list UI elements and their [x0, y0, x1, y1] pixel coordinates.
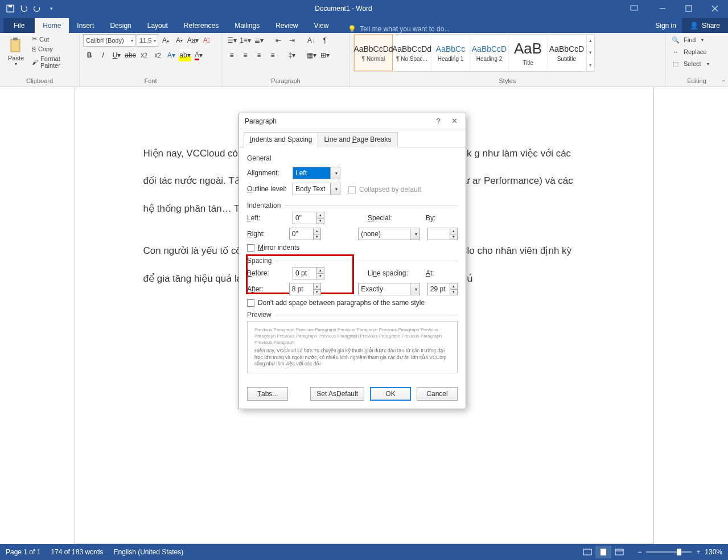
font-color-icon[interactable]: A▾: [192, 49, 205, 61]
styles-scroll-btn[interactable]: ▴: [587, 35, 594, 47]
tab-home[interactable]: Home: [35, 18, 69, 33]
tab-file[interactable]: File: [3, 18, 35, 33]
align-center-icon[interactable]: ≡: [239, 49, 252, 61]
ok-button[interactable]: OK: [370, 387, 411, 401]
ribbon-display-icon[interactable]: [630, 5, 649, 13]
minimize-button[interactable]: [649, 0, 676, 17]
increase-indent-icon[interactable]: ⇥: [286, 34, 298, 47]
cut-button[interactable]: ✂Cut: [30, 34, 76, 44]
select-button[interactable]: ⬚Select▾: [669, 58, 711, 69]
align-right-icon[interactable]: ≡: [253, 49, 265, 61]
zoom-level[interactable]: 130%: [705, 548, 722, 556]
subscript-button[interactable]: x2: [138, 49, 150, 61]
borders-icon[interactable]: ⊞▾: [319, 49, 331, 61]
bullets-icon[interactable]: ☰▾: [225, 34, 238, 47]
style-subtitle[interactable]: AaBbCcDSubtitle: [548, 35, 586, 71]
style-heading-2[interactable]: AaBbCcDHeading 2: [470, 35, 509, 71]
dialog-help-button[interactable]: ?: [430, 114, 446, 128]
highlight-icon[interactable]: ab▾: [179, 49, 191, 61]
read-mode-icon[interactable]: [579, 546, 595, 558]
svg-rect-9: [583, 549, 591, 555]
text-effects-icon[interactable]: A▾: [165, 49, 178, 61]
styles-scroll-btn[interactable]: ▾: [587, 59, 594, 71]
web-layout-icon[interactable]: [611, 546, 627, 558]
language-indicator[interactable]: English (United States): [113, 548, 183, 556]
tab-mailings[interactable]: Mailings: [227, 18, 268, 33]
find-button[interactable]: 🔍Find▾: [669, 34, 711, 46]
collapsed-checkbox: Collapsed by default: [348, 186, 421, 193]
tab-insert[interactable]: Insert: [69, 18, 102, 33]
by-spinner[interactable]: ▴▾: [427, 228, 458, 240]
share-button[interactable]: 👤 Share: [682, 18, 728, 33]
align-left-icon[interactable]: ≡: [225, 49, 238, 61]
tabs-button[interactable]: Tabs...: [247, 387, 288, 401]
tell-me-search[interactable]: 💡 Tell me what you want to do...: [348, 25, 450, 33]
change-case-icon[interactable]: Aa▾: [187, 34, 199, 47]
set-default-button[interactable]: Set As Default: [310, 387, 364, 401]
style--no-spac-[interactable]: AaBbCcDd¶ No Spac...: [393, 35, 431, 71]
before-spinner[interactable]: 0 pt▴▾: [293, 267, 324, 279]
close-button[interactable]: [702, 0, 728, 17]
tab-design[interactable]: Design: [102, 18, 139, 33]
styles-scroll-btn[interactable]: ▾: [587, 47, 594, 59]
bold-button[interactable]: B: [83, 49, 96, 61]
multilevel-icon[interactable]: ≣▾: [253, 34, 265, 47]
tab-view[interactable]: View: [306, 18, 337, 33]
redo-icon[interactable]: [32, 3, 43, 14]
signin-link[interactable]: Sign in: [649, 18, 682, 33]
special-dropdown[interactable]: (none)▾: [358, 228, 420, 240]
dont-add-space-checkbox[interactable]: Don't add space between paragraphs of th…: [247, 299, 458, 307]
numbering-icon[interactable]: 1≡▾: [239, 34, 252, 47]
svg-rect-10: [601, 549, 606, 555]
grow-font-icon[interactable]: A▴: [159, 34, 172, 47]
underline-button[interactable]: U▾: [110, 49, 123, 61]
superscript-button[interactable]: x2: [151, 49, 164, 61]
tab-layout[interactable]: Layout: [139, 18, 176, 33]
collapse-ribbon-icon[interactable]: ⌃: [721, 79, 726, 85]
sort-icon[interactable]: A↓: [305, 34, 318, 47]
tab-references[interactable]: References: [176, 18, 227, 33]
format-painter-button[interactable]: 🖌Format Painter: [30, 54, 76, 70]
shading-icon[interactable]: ▦▾: [305, 49, 318, 61]
clear-format-icon[interactable]: A⃠: [200, 34, 213, 47]
maximize-button[interactable]: [676, 0, 702, 17]
outline-dropdown[interactable]: Body Text▾: [293, 183, 340, 195]
qat-more-icon[interactable]: ▾: [46, 3, 57, 14]
word-count[interactable]: 174 of 183 words: [51, 548, 103, 556]
save-icon[interactable]: [5, 3, 16, 14]
decrease-indent-icon[interactable]: ⇤: [272, 34, 285, 47]
tab-indents-spacing[interactable]: Indents and Spacing: [244, 132, 318, 147]
justify-icon[interactable]: ≡: [266, 49, 279, 61]
mirror-indents-checkbox[interactable]: Mirror indents: [247, 244, 458, 252]
show-marks-icon[interactable]: ¶: [319, 34, 331, 47]
tab-line-page-breaks[interactable]: Line and Page Breaks: [318, 132, 397, 147]
undo-icon[interactable]: [18, 3, 30, 14]
shrink-font-icon[interactable]: A▾: [173, 34, 186, 47]
styles-gallery: AaBbCcDd¶ NormalAaBbCcDd¶ No Spac...AaBb…: [353, 34, 595, 72]
font-name-dropdown[interactable]: Calibri (Body): [83, 34, 135, 47]
replace-button[interactable]: ↔Replace: [669, 46, 711, 57]
italic-button[interactable]: I: [97, 49, 109, 61]
copy-button[interactable]: ⎘Copy: [30, 44, 76, 53]
tab-review[interactable]: Review: [268, 18, 306, 33]
style-heading-1[interactable]: AaBbCcHeading 1: [431, 35, 470, 71]
line-spacing-icon[interactable]: ‡▾: [286, 49, 298, 61]
style--normal[interactable]: AaBbCcDd¶ Normal: [354, 35, 393, 71]
line-spacing-dropdown[interactable]: Exactly▾: [358, 283, 420, 295]
after-spinner[interactable]: 8 pt▴▾: [289, 283, 321, 295]
alignment-dropdown[interactable]: Left▾: [293, 167, 340, 179]
strike-button[interactable]: abc: [124, 49, 137, 61]
dialog-close-button[interactable]: ✕: [446, 114, 462, 128]
paste-button[interactable]: Paste ▾: [3, 34, 28, 69]
page-indicator[interactable]: Page 1 of 1: [6, 548, 40, 556]
cancel-button[interactable]: Cancel: [417, 387, 458, 401]
at-spinner[interactable]: 29 pt▴▾: [427, 283, 458, 295]
print-layout-icon[interactable]: [595, 546, 611, 558]
zoom-out-button[interactable]: −: [637, 548, 641, 556]
zoom-in-button[interactable]: +: [696, 548, 700, 556]
zoom-slider[interactable]: [646, 551, 692, 553]
style-title[interactable]: AaBTitle: [509, 35, 548, 71]
font-size-dropdown[interactable]: 11.5: [137, 34, 158, 47]
indent-right-spinner[interactable]: 0"▴▾: [289, 228, 321, 240]
indent-left-spinner[interactable]: 0"▴▾: [293, 212, 324, 224]
